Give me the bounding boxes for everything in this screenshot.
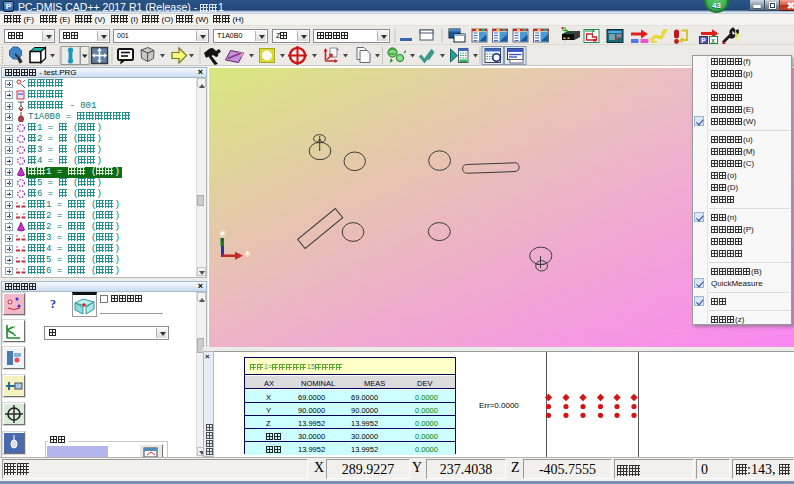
svg-text:P: P	[701, 37, 706, 44]
svg-text:x: x	[711, 37, 715, 44]
